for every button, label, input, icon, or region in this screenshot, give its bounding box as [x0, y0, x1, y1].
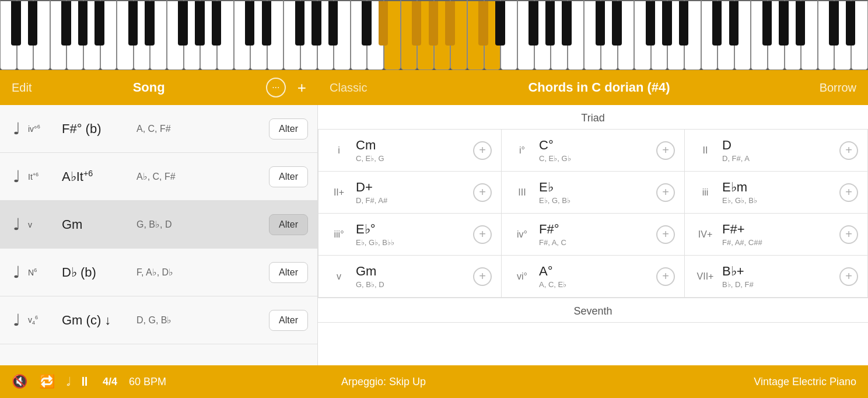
- add-btn-i[interactable]: +: [473, 141, 492, 160]
- black-key-21[interactable]: [495, 1, 505, 46]
- white-key-14[interactable]: [234, 0, 251, 70]
- white-key-7[interactable]: [117, 0, 134, 70]
- alter-btn-2[interactable]: Alter: [269, 166, 308, 187]
- black-key-27[interactable]: [646, 1, 655, 46]
- white-key-31[interactable]: [517, 0, 534, 70]
- add-button[interactable]: +: [298, 79, 306, 97]
- black-key-25[interactable]: [596, 1, 605, 46]
- cell-chord-notes-v: G, B♭, D: [356, 280, 467, 289]
- borrow-button[interactable]: Borrow: [820, 81, 856, 95]
- bottom-right: Arpeggio: Skip Up Vintage Electric Piano: [330, 376, 856, 388]
- black-key-15[interactable]: [362, 1, 371, 46]
- white-key-24[interactable]: [401, 0, 418, 70]
- black-key-6[interactable]: [145, 1, 154, 46]
- chord-row-1: ♩ iv°6 F#° (b) A, C, F# Alter: [0, 105, 317, 153]
- cell-chord-notes-idim: C, E♭, G♭: [539, 154, 650, 163]
- chord-cell-III: III E♭ E♭, G, B♭ +: [502, 172, 685, 214]
- add-btn-iii[interactable]: +: [839, 183, 858, 202]
- chord-cell-v: v Gm G, B♭, D +: [318, 256, 502, 298]
- white-key-49[interactable]: [818, 0, 835, 70]
- black-key-2[interactable]: [61, 1, 71, 46]
- black-key-11[interactable]: [262, 1, 271, 46]
- alter-btn-5[interactable]: Alter: [269, 310, 308, 331]
- edit-button[interactable]: Edit: [12, 81, 32, 95]
- chord-notes-4: F, A♭, D♭: [136, 267, 264, 278]
- black-key-4[interactable]: [94, 1, 104, 46]
- black-key-28[interactable]: [662, 1, 671, 46]
- cell-chord-name-iii: E♭m: [722, 180, 834, 195]
- black-key-13[interactable]: [312, 1, 321, 46]
- ellipsis-button[interactable]: ···: [266, 78, 286, 97]
- black-key-20[interactable]: [478, 1, 488, 46]
- add-btn-II[interactable]: +: [839, 141, 858, 160]
- black-key-0[interactable]: [11, 1, 20, 46]
- white-key-21[interactable]: [351, 0, 368, 70]
- black-key-19[interactable]: [445, 1, 454, 46]
- black-key-36[interactable]: [846, 1, 855, 46]
- white-key-45[interactable]: [751, 0, 768, 70]
- toolbar-right: Classic Chords in C dorian (#4) Borrow: [318, 80, 868, 95]
- black-key-35[interactable]: [829, 1, 838, 46]
- cell-chord-name-II: D: [722, 138, 834, 153]
- note-icon-4: ♩: [9, 263, 23, 282]
- black-key-26[interactable]: [612, 1, 621, 46]
- black-key-3[interactable]: [78, 1, 88, 46]
- chord-cell-IIaug: II+ D+ D, F#, A# +: [318, 172, 502, 214]
- alter-btn-4[interactable]: Alter: [269, 262, 308, 283]
- white-key-35[interactable]: [584, 0, 601, 70]
- white-key-28[interactable]: [467, 0, 484, 70]
- black-key-1[interactable]: [28, 1, 37, 46]
- add-btn-iiidim[interactable]: +: [473, 225, 492, 244]
- black-key-10[interactable]: [245, 1, 254, 46]
- cell-chord-name-IVaug: F#+: [722, 222, 834, 237]
- black-key-5[interactable]: [128, 1, 138, 46]
- alter-btn-3[interactable]: Alter: [269, 214, 308, 235]
- cell-chord-notes-i: C, E♭, G: [356, 154, 467, 163]
- black-key-14[interactable]: [328, 1, 338, 46]
- black-key-33[interactable]: [779, 1, 788, 46]
- chord-cell-vidim: vi° A° A, C, E♭ +: [502, 256, 685, 298]
- black-key-23[interactable]: [545, 1, 555, 46]
- loop-icon[interactable]: 🔁: [39, 374, 55, 389]
- piano-keyboard[interactable]: [0, 0, 868, 70]
- cell-numeral-v: v: [328, 271, 350, 282]
- add-btn-IVaug[interactable]: +: [839, 225, 858, 244]
- white-key-38[interactable]: [634, 0, 651, 70]
- alter-btn-1[interactable]: Alter: [269, 118, 308, 139]
- toolbar-left: Edit Song ··· +: [0, 78, 318, 97]
- black-key-18[interactable]: [429, 1, 438, 46]
- white-key-42[interactable]: [701, 0, 718, 70]
- black-key-17[interactable]: [412, 1, 421, 46]
- cell-info-ivdim: F#° F#, A, C: [539, 222, 650, 247]
- pause-icon[interactable]: ⏸: [78, 374, 91, 389]
- black-key-32[interactable]: [762, 1, 772, 46]
- classic-button[interactable]: Classic: [330, 81, 367, 95]
- add-btn-ivdim[interactable]: +: [656, 225, 675, 244]
- add-btn-IIaug[interactable]: +: [473, 183, 492, 202]
- cell-chord-name-ivdim: F#°: [539, 222, 650, 237]
- white-key-0[interactable]: [0, 0, 17, 70]
- cell-info-II: D D, F#, A: [722, 138, 834, 163]
- black-key-8[interactable]: [195, 1, 204, 46]
- add-btn-III[interactable]: +: [656, 183, 675, 202]
- black-key-9[interactable]: [212, 1, 221, 46]
- black-key-31[interactable]: [729, 1, 738, 46]
- black-key-30[interactable]: [712, 1, 722, 46]
- black-key-12[interactable]: [295, 1, 304, 46]
- white-key-17[interactable]: [284, 0, 300, 70]
- black-key-24[interactable]: [562, 1, 571, 46]
- black-key-22[interactable]: [528, 1, 538, 46]
- cell-chord-notes-vidim: A, C, E♭: [539, 280, 650, 289]
- black-key-34[interactable]: [796, 1, 805, 46]
- add-btn-VIIaug[interactable]: +: [839, 267, 858, 286]
- black-key-29[interactable]: [679, 1, 688, 46]
- add-btn-v[interactable]: +: [473, 267, 492, 286]
- black-key-7[interactable]: [178, 1, 187, 46]
- white-key-10[interactable]: [167, 0, 184, 70]
- mute-icon[interactable]: 🔇: [12, 374, 27, 389]
- black-key-16[interactable]: [379, 1, 388, 46]
- add-btn-idim[interactable]: +: [656, 141, 675, 160]
- add-btn-vidim[interactable]: +: [656, 267, 675, 286]
- white-key-3[interactable]: [50, 0, 67, 70]
- cell-chord-notes-IIaug: D, F#, A#: [356, 196, 467, 205]
